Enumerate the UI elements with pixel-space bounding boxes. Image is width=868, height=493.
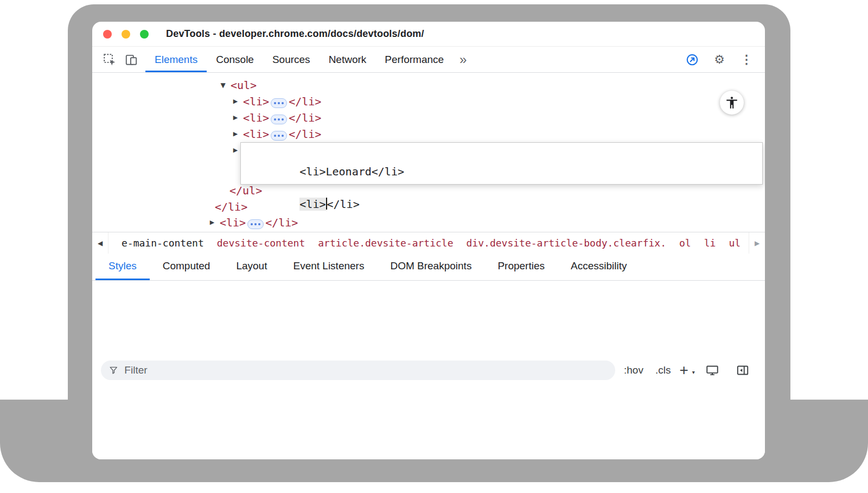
toggle-sidebar-button[interactable] xyxy=(732,363,754,377)
window-title: DevTools - developer.chrome.com/docs/dev… xyxy=(166,28,424,40)
kebab-menu-icon: ⋮ xyxy=(741,54,752,66)
accessibility-person-icon xyxy=(725,96,739,110)
tab-performance[interactable]: Performance xyxy=(375,47,453,72)
breadcrumb-items: e-main-contentdevsite-contentarticle.dev… xyxy=(108,235,765,251)
disclosure-right-icon[interactable]: ▶ xyxy=(230,110,241,126)
breadcrumb-item[interactable]: ul xyxy=(729,237,741,249)
disclosure-right-icon[interactable]: ▶ xyxy=(230,93,241,110)
code-token: </li> xyxy=(289,128,321,141)
code-token: </li> xyxy=(289,95,321,108)
dom-tree-line[interactable]: ▶<li></li> xyxy=(243,126,321,142)
devtools-window: DevTools - developer.chrome.com/docs/dev… xyxy=(92,22,765,459)
edit-line-2-open-tag: <li> xyxy=(299,198,326,211)
panel-tab-dom-breakpoints[interactable]: DOM Breakpoints xyxy=(377,254,484,280)
sidebar-toggle-icon xyxy=(736,363,750,377)
dom-edit-box[interactable]: <li>Leonard</li> <li></li> xyxy=(240,142,763,185)
filter-input[interactable] xyxy=(124,364,608,376)
tab-console[interactable]: Console xyxy=(207,47,263,72)
toggle-cls-button[interactable]: .cls xyxy=(655,364,671,376)
funnel-icon xyxy=(108,365,119,376)
zoom-button[interactable] xyxy=(140,30,149,39)
minimize-button[interactable] xyxy=(122,30,130,39)
plus-caret-icon: ▾ xyxy=(692,366,695,378)
settings-gear-icon: ⚙ xyxy=(714,54,725,66)
plus-icon: + xyxy=(679,362,688,378)
breadcrumb-scroll-right-button[interactable]: ▶ xyxy=(749,232,765,254)
inspect-element-button[interactable] xyxy=(99,47,120,72)
sidebar-panel-tabs: StylesComputedLayoutEvent ListenersDOM B… xyxy=(92,254,765,281)
breadcrumb-item[interactable]: li xyxy=(704,237,716,249)
crumb-right-arrow-icon: ▶ xyxy=(755,239,760,247)
dom-tree-line[interactable]: </li> xyxy=(215,199,247,215)
breadcrumb-item[interactable]: e-main-content xyxy=(122,237,204,249)
ellipsis-expand-button[interactable] xyxy=(271,98,287,108)
panel-tab-computed[interactable]: Computed xyxy=(150,254,224,280)
arrow-circle-button[interactable] xyxy=(681,53,703,67)
code-token: <ul> xyxy=(231,79,257,92)
panel-tab-accessibility[interactable]: Accessibility xyxy=(558,254,640,280)
disclosure-right-icon[interactable]: ▶ xyxy=(230,142,241,159)
dom-tree-line[interactable]: ▶<li></li> xyxy=(243,93,321,110)
code-token: <li> xyxy=(243,111,269,124)
tab-network[interactable]: Network xyxy=(320,47,376,72)
breadcrumb-item[interactable]: div.devsite-article-body.clearfix. xyxy=(467,237,666,249)
breadcrumb-scroll-left-button[interactable]: ◀ xyxy=(92,232,108,254)
edit-line-2-close-tag: </li> xyxy=(327,198,360,211)
ellipsis-expand-button[interactable] xyxy=(271,115,287,124)
rendering-monitor-icon xyxy=(705,363,719,377)
disclosure-right-icon[interactable]: ▶ xyxy=(230,126,241,142)
filter-toggle-buttons: :hov.cls xyxy=(624,364,671,376)
code-token: <li> xyxy=(243,95,269,108)
arrow-circle-icon xyxy=(685,53,699,67)
screenshot-root: DevTools - developer.chrome.com/docs/dev… xyxy=(0,0,868,493)
disclosure-down-icon[interactable]: ▼ xyxy=(218,77,228,93)
device-toolbar-icon xyxy=(124,53,138,67)
dom-tree-line[interactable]: ▶<li></li> xyxy=(243,110,321,126)
tab-sources[interactable]: Sources xyxy=(263,47,320,72)
rendering-button[interactable] xyxy=(701,363,723,377)
ellipsis-expand-button[interactable] xyxy=(271,131,287,141)
breadcrumb-item[interactable]: article.devsite-article xyxy=(318,237,453,249)
inspect-cursor-icon xyxy=(103,53,117,67)
toolbar-tabs: ElementsConsoleSourcesNetworkPerformance xyxy=(145,47,453,72)
settings-button[interactable]: ⚙ xyxy=(709,54,730,66)
more-tabs-icon: » xyxy=(459,52,467,67)
dom-tree: <li>Leonard</li> <li></li> ▼<ul>▶<li></l… xyxy=(92,73,765,232)
accessibility-button[interactable] xyxy=(720,91,744,115)
new-style-rule-button[interactable]: +▾ xyxy=(679,364,692,376)
toggle-hov-button[interactable]: :hov xyxy=(624,364,643,376)
devtools-menu-button[interactable]: ⋮ xyxy=(736,54,757,66)
breadcrumb-item[interactable]: devsite-content xyxy=(217,237,305,249)
edit-line-1: <li>Leonard</li> xyxy=(299,165,404,178)
close-button[interactable] xyxy=(103,30,112,39)
code-token: </li> xyxy=(289,111,321,124)
toolbar-right-icons: ⚙ ⋮ xyxy=(681,47,765,72)
panel-tab-styles[interactable]: Styles xyxy=(95,254,150,280)
panel-tab-event-listeners[interactable]: Event Listeners xyxy=(280,254,377,280)
window-titlebar: DevTools - developer.chrome.com/docs/dev… xyxy=(92,22,765,47)
tab-elements[interactable]: Elements xyxy=(145,47,207,72)
styles-filter-bar: :hov.cls +▾ xyxy=(92,281,765,459)
code-token: <li> xyxy=(220,216,246,229)
dom-tree-line[interactable]: ▼<ul> xyxy=(231,77,257,93)
disclosure-right-icon[interactable]: ▶ xyxy=(207,214,218,231)
breadcrumb-item[interactable]: ol xyxy=(679,237,691,249)
code-token: <li> xyxy=(243,128,269,141)
panel-tab-properties[interactable]: Properties xyxy=(484,254,558,280)
panel-tab-layout[interactable]: Layout xyxy=(223,254,280,280)
device-toolbar-button[interactable] xyxy=(120,47,142,72)
breadcrumb: ◀ e-main-contentdevsite-contentarticle.d… xyxy=(92,232,765,254)
code-token: </ul> xyxy=(229,184,262,197)
more-tabs-button[interactable]: » xyxy=(453,47,473,72)
style-filter-field[interactable] xyxy=(101,361,615,380)
code-token: </li> xyxy=(215,200,247,213)
devtools-toolbar: ElementsConsoleSourcesNetworkPerformance… xyxy=(92,47,765,73)
crumb-left-arrow-icon: ◀ xyxy=(98,239,103,247)
